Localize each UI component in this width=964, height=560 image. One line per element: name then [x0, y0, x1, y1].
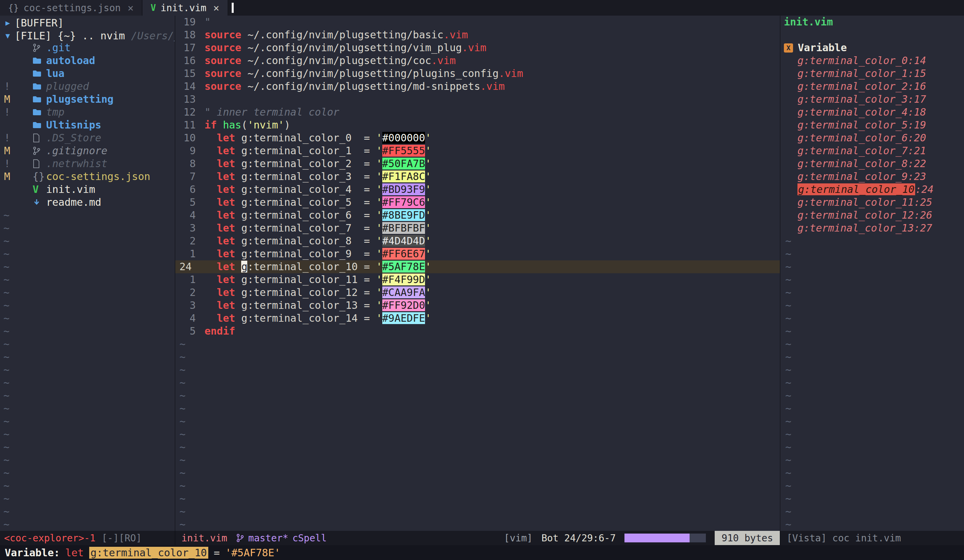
- vista-item[interactable]: g:terminal_color_6:20: [780, 131, 964, 144]
- explorer-label: .netrwhist: [46, 157, 107, 170]
- explorer-row[interactable]: !tmp: [0, 106, 175, 118]
- editor-line[interactable]: 15source ~/.config/nvim/plugsetting/plug…: [175, 67, 780, 80]
- explorer-row[interactable]: .git: [0, 41, 175, 54]
- code-segment: ': [425, 209, 431, 221]
- line-number: 12: [175, 106, 205, 118]
- vista-item[interactable]: g:terminal_color_10:24: [780, 183, 964, 196]
- close-icon[interactable]: ×: [127, 2, 134, 14]
- vista-item[interactable]: g:terminal_color_7:21: [780, 144, 964, 157]
- empty-line-tilde: ~: [0, 389, 175, 402]
- editor-line[interactable]: 1 let g:terminal_color_9 = '#FF6E67': [175, 247, 780, 260]
- explorer-row[interactable]: M.gitignore: [0, 144, 175, 157]
- empty-line-tilde: ~: [780, 351, 964, 364]
- editor-line-text: let g:terminal_color_6 = '#8BE9FD': [205, 209, 431, 221]
- vista-item[interactable]: g:terminal_color_3:17: [780, 93, 964, 106]
- editor-line[interactable]: 4 let g:terminal_color_6 = '#8BE9FD': [175, 209, 780, 222]
- vista-item[interactable]: g:terminal_color_11:25: [780, 196, 964, 209]
- editor-line[interactable]: 2 let g:terminal_color_12 = '#CAA9FA': [175, 286, 780, 299]
- vista-item[interactable]: g:terminal_color_5:19: [780, 118, 964, 131]
- vista-blank-row: [780, 28, 964, 41]
- explorer-row[interactable]: autoload: [0, 54, 175, 67]
- empty-line-tilde: ~: [175, 454, 780, 466]
- editor-line-text: let g:terminal_color_0 = '#000000': [205, 132, 431, 144]
- editor-line[interactable]: 17source ~/.config/nvim/plugsetting/vim_…: [175, 41, 780, 54]
- editor-line[interactable]: 13: [175, 93, 780, 106]
- git-branch-icon: [33, 44, 46, 52]
- editor-line[interactable]: 3 let g:terminal_color_13 = '#FF92D0': [175, 299, 780, 312]
- vista-item[interactable]: g:terminal_color_9:23: [780, 170, 964, 183]
- editor-line[interactable]: 12" inner terminal color: [175, 106, 780, 118]
- code-segment: ': [376, 274, 382, 286]
- empty-line-tilde: ~: [780, 364, 964, 376]
- code-segment: ': [376, 157, 382, 169]
- code-segment: [205, 286, 217, 298]
- editor-line[interactable]: 6 let g:terminal_color_4 = '#BD93F9': [175, 183, 780, 196]
- vista-item[interactable]: g:terminal_color_12:26: [780, 209, 964, 222]
- explorer-label: plugged: [46, 80, 89, 93]
- code-segment: ': [376, 261, 382, 273]
- explorer-row-content: ▶[BUFFER]: [0, 16, 64, 29]
- vista-item-line-number: :15: [908, 67, 926, 80]
- cmdline[interactable]: Variable: let g:terminal_color_10 = '#5A…: [0, 545, 964, 560]
- code-segment: [205, 222, 217, 234]
- vista-item[interactable]: g:terminal_color_13:27: [780, 222, 964, 235]
- editor-line[interactable]: 19": [175, 16, 780, 28]
- vista-item[interactable]: g:terminal_color_2:16: [780, 80, 964, 93]
- editor-line-text: source ~/.config/nvim/plugsetting/md-sni…: [205, 80, 505, 92]
- code-segment: [205, 209, 217, 221]
- code-segment: source: [205, 67, 241, 80]
- editor-line-text: source ~/.config/nvim/plugsetting/coc.vi…: [205, 55, 456, 67]
- editor-line[interactable]: 16source ~/.config/nvim/plugsetting/coc.…: [175, 54, 780, 67]
- explorer-pane[interactable]: ▶[BUFFER]▼[FILE] {~} .. nvim /Users/y.gi…: [0, 16, 175, 531]
- editor-line[interactable]: 18source ~/.config/nvim/plugsetting/basi…: [175, 28, 780, 41]
- editor-line[interactable]: 5endif: [175, 325, 780, 338]
- code-segment: g:terminal_color_5 =: [235, 196, 376, 208]
- vista-item-line-number: :23: [908, 170, 926, 182]
- vista-item[interactable]: g:terminal_color_1:15: [780, 67, 964, 80]
- explorer-row[interactable]: ▼[FILE] {~} .. nvim /Users/y: [0, 28, 175, 41]
- vista-pane[interactable]: init.vim X Variable g:terminal_color_0:1…: [780, 16, 964, 531]
- tab-coc-settings-json[interactable]: {}coc-settings.json×: [0, 0, 142, 16]
- editor-line[interactable]: 4 let g:terminal_color_14 = '#9AEDFE': [175, 312, 780, 325]
- explorer-label: Ultisnips: [46, 118, 101, 131]
- explorer-label: .git: [46, 41, 70, 54]
- explorer-row[interactable]: !.netrwhist: [0, 157, 175, 170]
- editor-line[interactable]: 2 let g:terminal_color_8 = '#4D4D4D': [175, 235, 780, 247]
- spell-indicator: cSpell: [292, 532, 327, 544]
- code-segment: g:terminal_color_9 =: [235, 248, 376, 260]
- editor-line[interactable]: 1 let g:terminal_color_11 = '#F4F99D': [175, 273, 780, 286]
- editor-pane[interactable]: 19"18source ~/.config/nvim/plugsetting/b…: [175, 16, 780, 531]
- empty-line-tilde: ~: [0, 273, 175, 286]
- editor-line[interactable]: 5 let g:terminal_color_5 = '#FF79C6': [175, 196, 780, 209]
- chevron-right-icon[interactable]: ▶: [5, 16, 10, 29]
- editor-line-current[interactable]: 24 let g:terminal_color_10 = '#5AF78E': [175, 260, 780, 273]
- tab-init-vim[interactable]: Vinit.vim×: [142, 0, 228, 16]
- editor-line[interactable]: 7 let g:terminal_color_3 = '#F1FA8C': [175, 170, 780, 183]
- explorer-row[interactable]: lua: [0, 67, 175, 80]
- explorer-row[interactable]: Mplugsetting: [0, 93, 175, 106]
- cmdline-value: '#5AF78E': [225, 547, 280, 558]
- git-status-marker: !: [4, 157, 10, 170]
- editor-line[interactable]: 11if has('nvim'): [175, 118, 780, 131]
- editor-line-text: let g:terminal_color_8 = '#4D4D4D': [205, 235, 431, 247]
- editor-line[interactable]: 3 let g:terminal_color_7 = '#BFBFBF': [175, 222, 780, 235]
- explorer-row[interactable]: Vinit.vim: [0, 183, 175, 196]
- editor-line[interactable]: 8 let g:terminal_color_2 = '#50FA7B': [175, 157, 780, 170]
- editor-line[interactable]: 9 let g:terminal_color_1 = '#FF5555': [175, 144, 780, 157]
- line-number: 1: [175, 273, 205, 286]
- vista-item[interactable]: g:terminal_color_0:14: [780, 54, 964, 67]
- editor-line[interactable]: 14source ~/.config/nvim/plugsetting/md-s…: [175, 80, 780, 93]
- explorer-row[interactable]: Ultisnips: [0, 118, 175, 131]
- explorer-row[interactable]: !.DS_Store: [0, 131, 175, 144]
- explorer-row[interactable]: !plugged: [0, 80, 175, 93]
- editor-line[interactable]: 10 let g:terminal_color_0 = '#000000': [175, 131, 780, 144]
- explorer-row[interactable]: ▶[BUFFER]: [0, 16, 175, 28]
- close-icon[interactable]: ×: [213, 2, 219, 14]
- empty-line-tilde: ~: [780, 312, 964, 325]
- chevron-down-icon[interactable]: ▼: [5, 29, 10, 42]
- code-segment: g:terminal_color_7 =: [235, 222, 376, 234]
- explorer-row[interactable]: M{}coc-settings.json: [0, 170, 175, 183]
- vista-item[interactable]: g:terminal_color_4:18: [780, 106, 964, 118]
- vista-item[interactable]: g:terminal_color_8:22: [780, 157, 964, 170]
- explorer-row[interactable]: readme.md: [0, 196, 175, 209]
